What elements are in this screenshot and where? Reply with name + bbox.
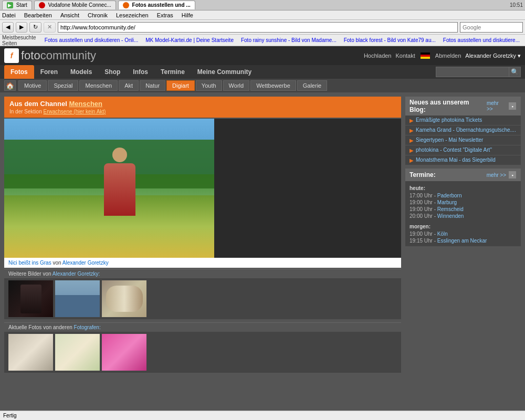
subnav-digiart[interactable]: Digiart — [166, 80, 195, 91]
bookmark-4[interactable]: Foto black forest - Bild von Kate79 au..… — [341, 36, 439, 44]
channel-name[interactable]: Menschen — [69, 100, 102, 108]
channel-title: Aus dem Channel Menschen — [9, 100, 396, 108]
nav-fotos[interactable]: Fotos — [4, 65, 34, 79]
header-user[interactable]: Alexander Goretzky ▾ — [465, 52, 521, 59]
bookmark-5[interactable]: Fotos ausstellen und diskutiere... — [440, 36, 523, 44]
tab-vodafone[interactable]: Vodafone Mobile Connec... — [34, 1, 116, 9]
nav-infos[interactable]: Infos — [127, 65, 154, 79]
menu-bearbeiten[interactable]: Bearbeiten — [24, 12, 52, 18]
blog-link-5[interactable]: Monatsthema Mai - das Siegerbild — [416, 157, 496, 163]
browser-titlebar: ▶ Start Vodafone Mobile Connec... Fotos … — [0, 0, 525, 10]
channel-subtitle-link[interactable]: Erwachsene (hier kein Akt) — [44, 109, 106, 114]
channel-prefix: Aus dem Channel — [9, 100, 67, 108]
site-wrapper: f fotocommunity Hochladen Kontakt Abmeld… — [0, 46, 525, 411]
subnav-youth[interactable]: Youth — [196, 80, 222, 91]
thumb2-bottom — [55, 295, 100, 317]
event-5-city[interactable]: Köln — [437, 231, 448, 237]
aktuell-header: Aktuelle Fotos von anderen Fotografen: — [4, 322, 401, 332]
blog-item-4: ▶ photokina - Contest "Digitale Art" — [405, 145, 521, 155]
menu-extras[interactable]: Extras — [157, 12, 173, 18]
nav-search-input[interactable] — [436, 67, 509, 77]
caption-title[interactable]: Nici beißt ins Gras — [8, 260, 51, 266]
nav-termine[interactable]: Termine — [154, 65, 191, 79]
logo-text: fotocommunity — [21, 49, 96, 62]
menu-lesezeichen[interactable]: Lesezeichen — [116, 12, 149, 18]
thumbnail-3[interactable] — [102, 280, 146, 317]
header-hochladen[interactable]: Hochladen — [364, 52, 392, 59]
nav-search-button[interactable]: 🔍 — [509, 67, 521, 77]
blog-icon[interactable]: ▪ — [508, 102, 517, 110]
menu-chronik[interactable]: Chronik — [88, 12, 108, 18]
event-1-city[interactable]: Paderborn — [437, 193, 462, 198]
header-abmelden[interactable]: Abmelden — [435, 52, 461, 59]
blog-item-1: ▶ Ermäßigte photokina Tickets — [405, 116, 521, 125]
subnav-wettbewerbe[interactable]: Wettbewerbe — [250, 80, 296, 91]
event-6-city[interactable]: Esslingen am Neckar — [437, 238, 487, 244]
subnav-world[interactable]: World — [223, 80, 250, 91]
thumb-row — [4, 278, 401, 319]
tab-vodafone-label: Vodafone Mobile Connec... — [48, 2, 111, 8]
logo-icon: f — [4, 48, 19, 63]
search-bar[interactable] — [460, 22, 523, 33]
browser-menubar: Datei Bearbeiten Ansicht Chronik Lesezei… — [0, 10, 525, 20]
stop-button[interactable]: ✕ — [44, 22, 56, 33]
forward-button[interactable]: ▶ — [16, 22, 27, 33]
menu-ansicht[interactable]: Ansicht — [60, 12, 79, 18]
termine-header: Termine: mehr >> ▪ — [405, 169, 521, 181]
termine-event-6: 19:15 Uhr - Esslingen am Neckar — [410, 237, 517, 244]
blog-more[interactable]: mehr >> — [487, 100, 506, 112]
bookmark-3[interactable]: Foto rainy sunshine - Bild von Madame... — [238, 36, 340, 44]
termine-event-3: 19:00 Uhr - Remscheid — [410, 206, 517, 213]
sidebar: Neues aus unserem Blog: mehr >> ▪ ▶ Ermä… — [405, 97, 521, 373]
blog-link-3[interactable]: Siegertypen - Mai Newsletter — [416, 137, 483, 143]
subnav-akt[interactable]: Akt — [119, 80, 139, 91]
address-bar[interactable] — [58, 22, 458, 33]
nav-foren[interactable]: Foren — [34, 65, 64, 79]
blog-link-4[interactable]: photokina - Contest "Digitale Art" — [416, 147, 492, 153]
aktuell-link[interactable]: Fotografen: — [74, 324, 101, 330]
vodafone-icon — [39, 2, 45, 8]
more-images-header: Weitere Bilder von Alexander Goretzky: — [4, 269, 401, 278]
back-button[interactable]: ◀ — [2, 22, 14, 33]
caption-author[interactable]: Alexander Goretzky — [62, 260, 109, 266]
event-4-city[interactable]: Winnenden — [437, 213, 464, 219]
thumbnail-2[interactable] — [55, 280, 100, 317]
nav-shop[interactable]: Shop — [98, 65, 127, 79]
bookmark-1[interactable]: Fotos ausstellen und diskutieren - Onli.… — [41, 36, 141, 44]
nav-models[interactable]: Models — [64, 65, 98, 79]
aktuell-thumb-2[interactable] — [55, 334, 100, 371]
tab-bar: ▶ Start Vodafone Mobile Connec... Fotos … — [2, 1, 195, 9]
more-author[interactable]: Alexander Goretzky: — [52, 271, 100, 277]
subnav-spezial[interactable]: Spezial — [48, 80, 78, 91]
termine-event-1: 17:00 Uhr - Paderborn — [410, 192, 517, 199]
subnav-natur[interactable]: Natur — [140, 80, 165, 91]
termine-icon[interactable]: ▪ — [508, 171, 517, 179]
termine-more[interactable]: mehr >> — [487, 172, 506, 178]
blog-link-2[interactable]: Kameha Grand - Übernachtungsgutsche.... — [416, 127, 516, 133]
tab-fotos[interactable]: Fotos ausstellen und ... — [118, 1, 195, 9]
event-3-time: 19:00 Uhr - — [410, 206, 436, 212]
nav-meine-community[interactable]: Meine Community — [191, 65, 258, 79]
header-kontakt[interactable]: Kontakt — [395, 52, 415, 59]
home-button[interactable]: 🏠 — [4, 80, 16, 91]
blog-link-1[interactable]: Ermäßigte photokina Tickets — [416, 117, 482, 123]
reload-button[interactable]: ↻ — [29, 22, 41, 33]
aktuell-thumb-3[interactable] — [102, 334, 146, 371]
event-3-city[interactable]: Remscheid — [437, 206, 464, 212]
subnav-galerie[interactable]: Galerie — [297, 80, 327, 91]
thumbnail-1[interactable] — [8, 280, 53, 317]
channel-subtitle-prefix: In der Sektion — [9, 109, 42, 114]
featured-image[interactable] — [4, 119, 214, 258]
tab-start[interactable]: ▶ Start — [2, 1, 32, 9]
menu-datei[interactable]: Datei — [2, 12, 16, 18]
bookmark-2[interactable]: MK Model-Kartei.de | Deine Startseite — [142, 36, 237, 44]
aktuell-thumb-1[interactable] — [8, 334, 53, 371]
featured-image-container: Nici beißt ins Gras von Alexander Goretz… — [4, 119, 401, 268]
caption-by: von — [52, 260, 61, 266]
event-2-city[interactable]: Marburg — [437, 200, 457, 205]
termine-morgen-label: morgen: — [410, 224, 517, 229]
subnav-menschen[interactable]: Menschen — [79, 80, 118, 91]
bookmarks-bar: Meistbesuchte Seiten Fotos ausstellen un… — [0, 35, 525, 46]
menu-hilfe[interactable]: Hilfe — [182, 12, 193, 18]
subnav-motive[interactable]: Motive — [18, 80, 47, 91]
